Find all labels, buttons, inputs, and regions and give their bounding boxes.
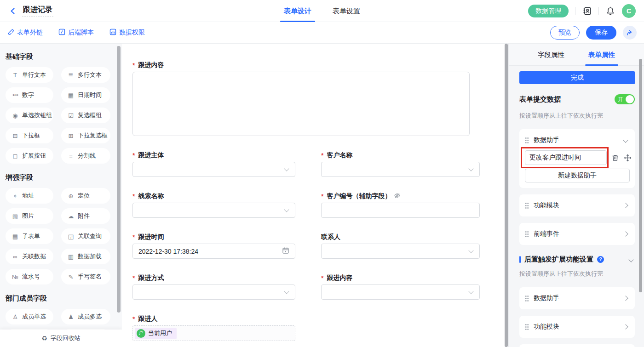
notification-bell-icon[interactable] [605, 6, 615, 16]
canvas-field-7[interactable]: *跟进方式 [132, 273, 295, 300]
member-control[interactable]: 户当前用户 [132, 325, 295, 341]
field-label: *跟进内容 [132, 61, 470, 70]
select-control[interactable] [132, 162, 295, 177]
select-control[interactable] [132, 203, 295, 218]
input-control[interactable] [321, 203, 480, 218]
field-pill-divider[interactable]: ≡分割线 [61, 148, 110, 164]
select-control[interactable] [321, 162, 480, 177]
field-pill-related-query[interactable]: ◲关联查询 [61, 228, 110, 244]
required-asterisk: * [321, 193, 323, 200]
member-tag[interactable]: 户当前用户 [135, 328, 177, 339]
save-button[interactable]: 保存 [586, 26, 616, 40]
canvas-field-0[interactable]: *跟进内容 [132, 61, 470, 136]
related-query-icon: ◲ [67, 233, 75, 239]
panel-tab-form-props[interactable]: 表单属性 [588, 44, 615, 66]
field-pill-data-load[interactable]: ▥数据加载 [61, 249, 110, 264]
field-pill-signature[interactable]: ✎手写签名 [61, 269, 110, 284]
canvas-field-5[interactable]: *跟进时间2022-12-30 17:38:24 [132, 233, 295, 259]
data-manage-button[interactable]: 数据管理 [528, 5, 569, 17]
canvas-scrollbar[interactable] [505, 44, 508, 347]
drag-handle-icon[interactable] [525, 202, 529, 209]
form-design-canvas[interactable]: *跟进内容*跟进主体*客户名称*线索名称*客户编号（辅助字段）*跟进时间2022… [122, 44, 505, 347]
field-pill-image[interactable]: ▧图片 [6, 208, 53, 224]
question-icon[interactable]: ? [597, 256, 604, 263]
field-pill-datetime[interactable]: ▦日期时间 [61, 87, 110, 103]
field-pill-dropdown[interactable]: ⊟下拉框 [6, 128, 53, 143]
field-pill-number[interactable]: 123数字 [6, 87, 53, 103]
multi-dropdown-icon: ⊞ [67, 133, 75, 139]
field-pill-related-data[interactable]: ∞关联数据 [6, 249, 53, 264]
canvas-field-2[interactable]: *客户名称 [321, 151, 480, 177]
field-label: *跟进人 [132, 314, 295, 324]
share-button[interactable] [623, 26, 637, 40]
select-control[interactable] [321, 244, 480, 259]
required-asterisk: * [132, 315, 135, 323]
back-icon[interactable] [8, 6, 17, 16]
field-pill-member-single[interactable]: ♙成员单选 [6, 309, 53, 324]
page-title[interactable]: 跟进记录 [22, 5, 53, 17]
chevron-right-icon[interactable] [623, 324, 628, 329]
drag-handle-icon[interactable] [525, 231, 529, 238]
drag-handle-icon[interactable] [525, 295, 529, 302]
post-trigger-section-header[interactable]: 后置触发扩展功能设置 ? [519, 255, 635, 264]
drag-handle-icon[interactable] [525, 137, 529, 144]
preview-button[interactable]: 预览 [550, 26, 580, 40]
user-avatar[interactable]: C [622, 4, 636, 18]
field-pill-serial-number[interactable]: №流水号 [6, 269, 53, 284]
data-helper-name-input[interactable] [525, 150, 607, 165]
panel-card-前端事件[interactable]: 前端事件 [519, 344, 635, 347]
field-recycle-bin[interactable]: ♻ 字段回收站 [0, 330, 122, 347]
canvas-field-1[interactable]: *跟进主体 [132, 151, 295, 177]
select-control[interactable] [321, 284, 480, 300]
panel-scrollbar[interactable] [639, 59, 642, 292]
toolbar-link-2[interactable]: 数据权限 [109, 28, 145, 37]
submit-data-toggle[interactable]: 开 [615, 94, 635, 104]
required-asterisk: * [132, 233, 135, 241]
canvas-field-9[interactable]: *跟进人户当前用户 [132, 314, 295, 341]
datetime-control[interactable]: 2022-12-30 17:38:24 [132, 244, 295, 259]
header-tab-form-design[interactable]: 表单设计 [284, 0, 311, 22]
field-pill-subform[interactable]: ▤子表单 [6, 228, 53, 244]
field-pill-single-line-text[interactable]: T单行文本 [6, 67, 53, 83]
field-pill-attachment[interactable]: ☁附件 [61, 208, 110, 224]
panel-card-功能模块[interactable]: 功能模块 [519, 194, 635, 216]
field-pill-location[interactable]: ⊕定位 [61, 188, 110, 204]
move-icon[interactable] [624, 154, 632, 162]
field-pill-member-multi[interactable]: ♟成员多选 [61, 309, 110, 324]
drag-handle-icon[interactable] [525, 324, 529, 330]
chevron-down-icon[interactable] [623, 137, 628, 142]
panel-card-前端事件[interactable]: 前端事件 [519, 223, 635, 245]
panel-card-数据助手[interactable]: 数据助手 [519, 287, 635, 309]
canvas-field-3[interactable]: *线索名称 [132, 192, 295, 218]
chevron-down-icon [284, 207, 289, 212]
canvas-field-4[interactable]: *客户编号（辅助字段） [321, 192, 480, 218]
field-pill-address[interactable]: ⌖地址 [6, 188, 53, 204]
section-bar [519, 256, 521, 263]
field-pill-extend-button[interactable]: ◻扩展按钮 [6, 148, 53, 164]
field-pill-multi-line-text[interactable]: ≣多行文本 [61, 67, 110, 83]
panel-tab-field-props[interactable]: 字段属性 [538, 44, 564, 66]
field-pill-radio-group[interactable]: ◉单选按钮组 [6, 108, 53, 123]
chevron-right-icon[interactable] [623, 296, 628, 301]
header-tab-form-settings[interactable]: 表单设置 [333, 0, 360, 22]
toolbar-link-1[interactable]: 后端脚本 [58, 28, 94, 37]
canvas-field-8[interactable]: *跟进内容 [321, 273, 480, 300]
field-pill-multi-dropdown[interactable]: ⊞下拉复选框 [61, 128, 110, 143]
panel-card-功能模块[interactable]: 功能模块 [519, 316, 635, 338]
canvas-field-6[interactable]: 联系人 [321, 233, 480, 259]
done-button[interactable]: 完成 [519, 71, 635, 84]
eye-hidden-icon[interactable] [394, 192, 401, 200]
toolbar-link-0[interactable]: 表单外链 [7, 28, 43, 37]
chevron-down-icon[interactable] [628, 257, 633, 262]
field-pill-checkbox-group[interactable]: ☑复选框组 [61, 108, 110, 123]
required-asterisk: * [321, 274, 323, 282]
chevron-right-icon[interactable] [623, 203, 628, 208]
panel-card-数据助手[interactable]: 数据助手新建数据助手 [519, 129, 635, 188]
select-control[interactable] [132, 284, 295, 300]
delete-icon[interactable] [611, 154, 619, 162]
chevron-right-icon[interactable] [623, 231, 628, 236]
textarea-control[interactable] [132, 72, 470, 136]
sidebar-scrollbar[interactable] [117, 46, 121, 313]
image-icon: ▧ [12, 213, 19, 219]
address-book-icon[interactable] [582, 6, 592, 16]
